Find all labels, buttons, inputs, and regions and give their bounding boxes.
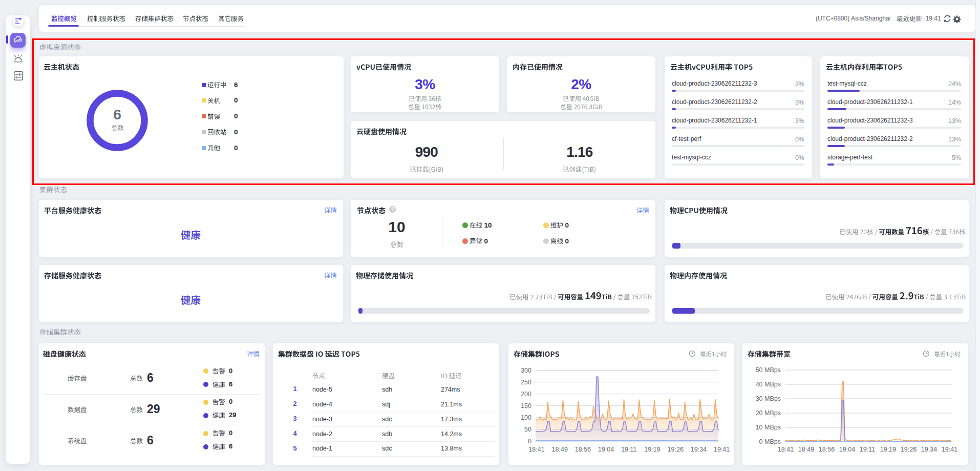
svg-text:?: ?: [391, 207, 394, 212]
